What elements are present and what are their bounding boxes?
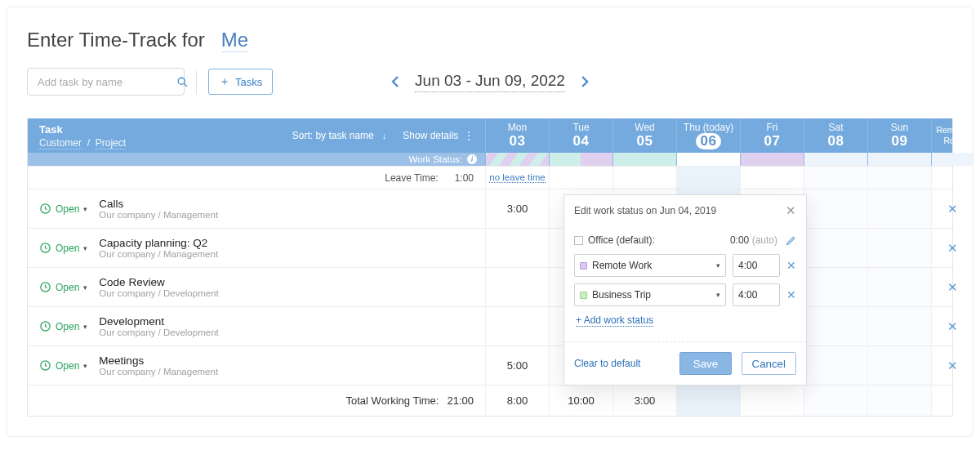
close-icon[interactable]: ✕ <box>786 203 796 218</box>
office-auto: (auto) <box>752 234 777 246</box>
breadcrumb-customer[interactable]: Customer <box>39 137 82 149</box>
status-badge[interactable]: Open▾ <box>39 281 87 293</box>
status-time-input[interactable]: 4:00 <box>733 283 780 306</box>
cell-sat[interactable] <box>804 189 868 228</box>
caret-down-icon: ▾ <box>83 323 87 331</box>
remove-row-button[interactable]: ✕ <box>932 307 973 345</box>
search-icon[interactable] <box>176 76 189 88</box>
status-badge[interactable]: Open▾ <box>39 359 87 372</box>
delete-status-icon[interactable]: ✕ <box>786 288 796 301</box>
day-header-fri[interactable]: Fri07 <box>741 118 804 153</box>
cell-sat[interactable] <box>804 346 868 385</box>
work-status-line: Remote Work▾4:00✕ <box>574 254 796 277</box>
work-status-thu[interactable] <box>677 153 741 166</box>
office-checkbox[interactable] <box>574 236 583 245</box>
chevron-down-icon: ▾ <box>716 291 720 299</box>
task-name: Meetings <box>99 354 218 367</box>
work-status-mon[interactable] <box>486 153 550 166</box>
cell-sun[interactable] <box>868 346 932 385</box>
cell-sat[interactable] <box>804 268 868 306</box>
task-row: Open▾Capacity planning: Q2Our company / … <box>28 228 952 267</box>
pencil-icon[interactable] <box>786 235 796 246</box>
cell-sun[interactable] <box>868 307 932 345</box>
cell-sun[interactable] <box>868 268 932 306</box>
add-work-status-link[interactable]: + Add work status <box>576 314 653 327</box>
cell-sat[interactable] <box>804 229 868 267</box>
breadcrumb: Customer / Project <box>39 137 126 149</box>
work-status-label: Work Status: i <box>28 153 486 166</box>
toolbar-divider <box>196 69 197 94</box>
work-status-sat[interactable] <box>804 153 868 166</box>
page-title: Enter Time-Track for Me <box>27 29 953 51</box>
date-range-control: Jun 03 - Jun 09, 2022 <box>390 72 590 92</box>
title-prefix: Enter Time-Track for <box>27 29 205 51</box>
day-header-thu-today[interactable]: Thu (today)06 <box>677 118 741 153</box>
day-header-sat[interactable]: Sat08 <box>804 118 868 153</box>
status-label: Open <box>56 203 79 215</box>
task-column-header: Task Customer / Project Sort: by task na… <box>28 118 486 153</box>
task-path: Our company / Development <box>99 288 218 298</box>
cell-sat[interactable] <box>804 307 868 345</box>
day-header-mon[interactable]: Mon03 <box>486 118 550 153</box>
title-subject[interactable]: Me <box>221 29 248 52</box>
remove-row-button[interactable]: ✕ <box>932 346 973 385</box>
status-badge[interactable]: Open▾ <box>39 203 87 215</box>
total-tue: 10:00 <box>550 386 613 416</box>
sort-control[interactable]: Sort: by task name ↓ <box>292 130 387 141</box>
cell-mon[interactable] <box>486 229 550 267</box>
remove-row-header: Remove Row <box>932 118 973 153</box>
task-row: Open▾CallsOur company / Management3:00✕ <box>28 189 952 228</box>
task-row: Open▾Code ReviewOur company / Developmen… <box>28 267 952 306</box>
info-icon[interactable]: i <box>467 154 477 164</box>
work-status-select[interactable]: Remote Work▾ <box>574 254 726 277</box>
cell-sun[interactable] <box>868 189 932 228</box>
cell-mon[interactable]: 5:00 <box>486 346 550 385</box>
cell-mon[interactable] <box>486 268 550 306</box>
timesheet-grid: Task Customer / Project Sort: by task na… <box>27 118 953 417</box>
status-label: Open <box>56 243 79 254</box>
plus-icon: ＋ <box>219 74 230 89</box>
remove-row-button[interactable]: ✕ <box>932 189 973 228</box>
task-name: Code Review <box>99 276 218 288</box>
work-status-select[interactable]: Business Trip▾ <box>574 283 726 306</box>
day-header-wed[interactable]: Wed05 <box>613 118 677 153</box>
show-details-control[interactable]: Show details ⋮ <box>403 130 474 141</box>
status-badge[interactable]: Open▾ <box>39 242 87 254</box>
delete-status-icon[interactable]: ✕ <box>786 259 796 272</box>
clear-to-default-link[interactable]: Clear to default <box>574 358 640 369</box>
task-name: Capacity planning: Q2 <box>99 237 218 249</box>
next-week-button[interactable] <box>580 75 590 88</box>
task-name: Calls <box>99 198 218 210</box>
sort-label: Sort: by task name <box>292 130 374 141</box>
remove-row-button[interactable]: ✕ <box>932 268 973 306</box>
cancel-button[interactable]: Cancel <box>742 352 797 375</box>
caret-down-icon: ▾ <box>83 362 87 370</box>
prev-week-button[interactable] <box>390 75 400 88</box>
caret-down-icon: ▾ <box>83 205 87 213</box>
svg-point-0 <box>178 78 185 84</box>
status-time-input[interactable]: 4:00 <box>733 254 780 277</box>
day-header-sun[interactable]: Sun09 <box>868 118 932 153</box>
tasks-button[interactable]: ＋ Tasks <box>208 69 273 95</box>
cell-mon[interactable]: 3:00 <box>486 189 550 228</box>
work-status-fri[interactable] <box>741 153 804 166</box>
cell-sun[interactable] <box>868 229 932 267</box>
day-header-tue[interactable]: Tue04 <box>550 118 613 153</box>
remove-row-button[interactable]: ✕ <box>932 229 973 267</box>
date-range-text[interactable]: Jun 03 - Jun 09, 2022 <box>415 72 565 92</box>
status-label: Open <box>56 360 79 372</box>
chevron-down-icon: ▾ <box>716 261 720 270</box>
status-badge[interactable]: Open▾ <box>39 320 87 332</box>
leave-mon-link[interactable]: no leave time <box>489 172 545 183</box>
search-input[interactable] <box>36 75 176 89</box>
status-name: Business Trip <box>592 289 651 301</box>
work-status-tue[interactable] <box>550 153 613 166</box>
status-label: Open <box>56 282 79 293</box>
add-task-search[interactable] <box>27 68 185 96</box>
save-button[interactable]: Save <box>679 352 732 375</box>
work-status-sun[interactable] <box>868 153 932 166</box>
cell-mon[interactable] <box>486 307 550 345</box>
task-path: Our company / Management <box>99 249 218 259</box>
work-status-wed[interactable] <box>613 153 677 166</box>
breadcrumb-project[interactable]: Project <box>96 137 126 149</box>
